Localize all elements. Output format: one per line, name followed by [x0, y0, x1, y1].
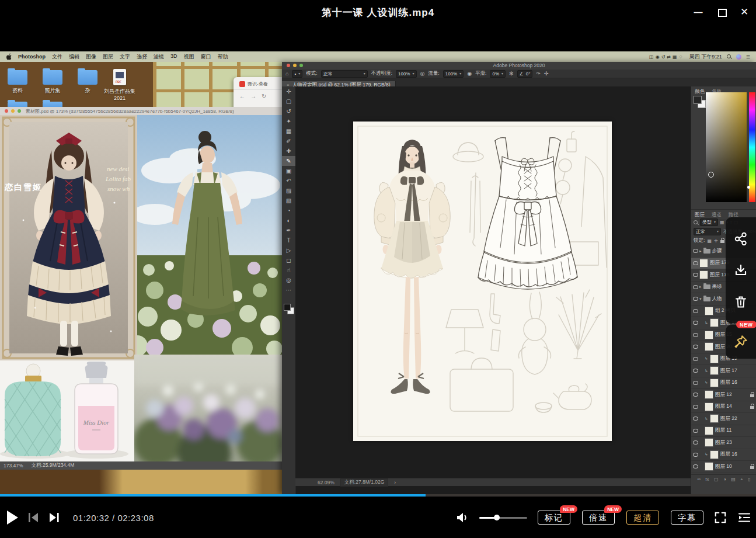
brush-preset-picker[interactable]: •▾ [292, 70, 302, 78]
visibility-eye-icon[interactable] [691, 405, 699, 409]
visibility-eye-icon[interactable] [691, 261, 699, 265]
tab-color[interactable]: 颜色 [695, 88, 705, 95]
lock-position-icon[interactable]: ✛ [714, 238, 718, 244]
control-center-icon[interactable]: ☰ [746, 54, 750, 60]
browser-tab[interactable]: 微识-查看 [234, 77, 282, 89]
visibility-eye-icon[interactable] [691, 273, 699, 277]
color-saturation-field[interactable] [706, 92, 747, 202]
menu-app-name[interactable]: Photoshop [18, 54, 46, 60]
pressure-opacity-icon[interactable]: ◎ [420, 71, 425, 77]
artboard[interactable] [353, 122, 612, 441]
layers-new-layer-button[interactable]: + [740, 477, 743, 482]
layers-delete-button[interactable]: ▯ [748, 477, 750, 482]
visibility-eye-icon[interactable] [691, 357, 699, 361]
traffic-light-buttons[interactable] [287, 64, 303, 67]
visibility-eye-icon[interactable] [691, 297, 699, 301]
layer-row-图层 11[interactable]: 图层 11 [691, 425, 756, 438]
ps-tool-4[interactable]: ▦ [282, 126, 295, 136]
ps-tool-16[interactable]: ▷ [282, 245, 295, 255]
color-picker-marker[interactable] [708, 172, 714, 178]
ps-tool-13[interactable]: ◐ [282, 216, 295, 225]
ps-tool-8[interactable]: ▣ [282, 166, 295, 176]
flow-select[interactable]: 100%▾ [443, 70, 464, 78]
visibility-eye-icon[interactable] [691, 345, 699, 349]
group-caret-icon[interactable]: ▸ [699, 284, 702, 289]
layer-row-图层 22[interactable]: ↳图层 22 [691, 413, 756, 425]
ps-tool-6[interactable]: ✚ [282, 146, 295, 156]
ps-tool-3[interactable]: ✦ [282, 116, 295, 126]
foreground-color[interactable] [694, 96, 702, 104]
visibility-eye-icon[interactable] [691, 416, 699, 421]
symmetry-icon[interactable]: ✣ [544, 71, 549, 77]
visibility-eye-icon[interactable] [691, 285, 699, 289]
reload-icon[interactable]: ↻ [262, 93, 266, 99]
zoom-dot[interactable] [18, 109, 21, 113]
airbrush-icon[interactable]: ◉ [467, 71, 472, 77]
canvas-zoom-level[interactable]: 62.09% [318, 480, 335, 485]
layer-search-icon[interactable] [694, 220, 698, 225]
ps-tool-9[interactable]: ↶ [282, 176, 295, 186]
visibility-eye-icon[interactable] [691, 309, 699, 313]
traffic-light-buttons[interactable] [5, 109, 21, 113]
layer-row-图层 10[interactable]: 图层 10 [691, 461, 756, 473]
layer-kind-select[interactable]: 类型▾ [700, 218, 718, 226]
menu-item-编辑[interactable]: 编辑 [69, 53, 79, 61]
hue-slider[interactable] [749, 92, 755, 202]
visibility-eye-icon[interactable] [691, 249, 699, 253]
fullscreen-icon[interactable] [714, 511, 727, 524]
desktop-folder-杂[interactable]: 杂 [75, 68, 100, 95]
layer-row-图层 12[interactable]: 图层 12 [691, 389, 756, 401]
ps-tool-10[interactable]: ▨ [282, 186, 295, 196]
ps-tool-14[interactable]: ✒ [282, 225, 295, 235]
menu-item-窗口[interactable]: 窗口 [201, 53, 211, 61]
spotlight-search-icon[interactable] [727, 54, 731, 59]
progress-bar[interactable] [0, 494, 756, 497]
material-zoom-level[interactable]: 173.47% [4, 463, 23, 468]
panel-fg-bg-swatch[interactable] [694, 96, 705, 107]
minimize-dot[interactable] [11, 109, 15, 113]
photoshop-canvas[interactable] [295, 86, 691, 478]
menu-item-图层[interactable]: 图层 [103, 53, 113, 61]
layer-row-图层 17[interactable]: ↳图层 17 [691, 365, 756, 377]
layers-fx-button[interactable]: fx [705, 477, 709, 482]
ps-tool-12[interactable]: ◔ [282, 206, 295, 216]
volume-icon[interactable] [456, 512, 469, 523]
blend-mode-select[interactable]: 正常▾ [321, 70, 368, 78]
zoom-dot[interactable] [299, 64, 303, 67]
visibility-eye-icon[interactable] [691, 321, 699, 325]
layer-row-图层 23[interactable]: 图层 23 [691, 437, 756, 449]
ps-tool-5[interactable]: ✐ [282, 136, 295, 146]
ps-tool-19[interactable]: ◎ [282, 275, 295, 285]
ps-tool-0[interactable]: ✛ [282, 86, 295, 96]
smoothing-select[interactable]: 0%▾ [490, 70, 506, 78]
volume-slider[interactable] [479, 517, 527, 519]
download-icon[interactable] [734, 263, 748, 277]
brush-angle-field[interactable]: ∠0° [517, 70, 533, 78]
layer-row-图层 14[interactable]: 图层 14 [691, 401, 756, 414]
ps-tool-15[interactable]: T [282, 235, 295, 245]
back-icon[interactable]: ← [239, 93, 245, 99]
ps-tool-7-brush-active[interactable]: ✎ [282, 156, 295, 166]
layer-row-图层 16[interactable]: ↳图层 16 [691, 449, 756, 461]
next-button[interactable] [48, 512, 60, 523]
visibility-eye-icon[interactable] [691, 453, 699, 457]
forward-icon[interactable]: → [250, 93, 256, 99]
menu-item-文字[interactable]: 文字 [120, 53, 130, 61]
opacity-select[interactable]: 100%▾ [396, 70, 416, 78]
volume-knob[interactable] [494, 515, 500, 520]
visibility-eye-icon[interactable] [691, 369, 699, 373]
menu-item-视图[interactable]: 视图 [184, 53, 194, 61]
player-button-字幕[interactable]: 字幕 [671, 511, 703, 525]
lock-pixels-icon[interactable]: ▦ [707, 238, 712, 244]
menu-item-选择[interactable]: 选择 [137, 53, 147, 61]
previous-button[interactable] [27, 512, 39, 523]
close-dot[interactable] [287, 64, 290, 67]
desktop-folder-照片集[interactable]: 照片集 [40, 68, 65, 95]
layers-group-button[interactable]: ▤ [731, 477, 736, 482]
ps-tool-17[interactable]: ◻ [282, 255, 295, 265]
menu-item-3D[interactable]: 3D [170, 53, 177, 61]
desktop-folder-资料[interactable]: 资料 [5, 68, 30, 95]
gear-icon[interactable]: ✻ [509, 71, 514, 77]
group-caret-icon[interactable]: ▸ [699, 249, 702, 254]
group-caret-icon[interactable]: ▾ [699, 297, 702, 301]
